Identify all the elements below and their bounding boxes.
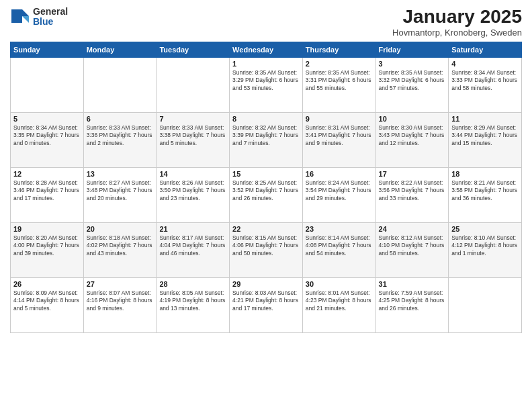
calendar-cell: 25Sunrise: 8:10 AM Sunset: 4:12 PM Dayli…	[449, 222, 522, 277]
header-thursday: Thursday	[302, 42, 375, 57]
header-tuesday: Tuesday	[157, 42, 230, 57]
day-number: 6	[87, 115, 154, 123]
month-title: January 2025	[392, 7, 522, 28]
day-number: 8	[232, 115, 300, 123]
calendar-cell: 17Sunrise: 8:22 AM Sunset: 3:56 PM Dayli…	[375, 167, 449, 222]
svg-marker-0	[22, 9, 29, 16]
calendar-cell: 23Sunrise: 8:14 AM Sunset: 4:08 PM Dayli…	[302, 222, 375, 277]
svg-marker-1	[22, 16, 29, 23]
day-info: Sunrise: 8:26 AM Sunset: 3:50 PM Dayligh…	[159, 179, 226, 202]
day-number: 25	[451, 225, 519, 233]
day-info: Sunrise: 8:34 AM Sunset: 3:33 PM Dayligh…	[451, 69, 519, 92]
calendar-table: Sunday Monday Tuesday Wednesday Thursday…	[10, 42, 522, 333]
calendar-cell: 27Sunrise: 8:07 AM Sunset: 4:16 PM Dayli…	[83, 277, 157, 332]
calendar-cell	[11, 57, 84, 112]
calendar-cell: 5Sunrise: 8:34 AM Sunset: 3:35 PM Daylig…	[11, 112, 84, 167]
svg-rect-2	[11, 9, 22, 23]
calendar-cell: 8Sunrise: 8:32 AM Sunset: 3:39 PM Daylig…	[230, 112, 303, 167]
day-info: Sunrise: 8:35 AM Sunset: 3:31 PM Dayligh…	[306, 69, 373, 92]
day-number: 19	[13, 225, 81, 233]
calendar-week-row: 26Sunrise: 8:09 AM Sunset: 4:14 PM Dayli…	[11, 277, 522, 332]
weekday-header-row: Sunday Monday Tuesday Wednesday Thursday…	[11, 42, 522, 57]
calendar-week-row: 12Sunrise: 8:28 AM Sunset: 3:46 PM Dayli…	[11, 167, 522, 222]
day-number: 30	[306, 280, 373, 288]
calendar-week-row: 1Sunrise: 8:35 AM Sunset: 3:29 PM Daylig…	[11, 57, 522, 112]
header-wednesday: Wednesday	[230, 42, 303, 57]
calendar-cell: 1Sunrise: 8:35 AM Sunset: 3:29 PM Daylig…	[230, 57, 303, 112]
logo: General Blue	[10, 7, 68, 28]
calendar-cell: 26Sunrise: 8:09 AM Sunset: 4:14 PM Dayli…	[11, 277, 84, 332]
calendar-week-row: 5Sunrise: 8:34 AM Sunset: 3:35 PM Daylig…	[11, 112, 522, 167]
calendar-cell: 12Sunrise: 8:28 AM Sunset: 3:46 PM Dayli…	[11, 167, 84, 222]
header-sunday: Sunday	[11, 42, 84, 57]
day-number: 14	[159, 170, 226, 178]
day-number: 5	[13, 115, 81, 123]
day-number: 12	[13, 170, 81, 178]
header-friday: Friday	[375, 42, 449, 57]
day-info: Sunrise: 8:18 AM Sunset: 4:02 PM Dayligh…	[87, 234, 154, 257]
day-number: 15	[232, 170, 300, 178]
day-info: Sunrise: 8:35 AM Sunset: 3:32 PM Dayligh…	[379, 69, 446, 92]
calendar-cell: 21Sunrise: 8:17 AM Sunset: 4:04 PM Dayli…	[157, 222, 230, 277]
calendar-week-row: 19Sunrise: 8:20 AM Sunset: 4:00 PM Dayli…	[11, 222, 522, 277]
day-number: 24	[379, 225, 446, 233]
day-info: Sunrise: 8:17 AM Sunset: 4:04 PM Dayligh…	[159, 234, 226, 257]
calendar-cell: 18Sunrise: 8:21 AM Sunset: 3:58 PM Dayli…	[449, 167, 522, 222]
day-info: Sunrise: 8:34 AM Sunset: 3:35 PM Dayligh…	[13, 124, 81, 147]
day-info: Sunrise: 8:01 AM Sunset: 4:23 PM Dayligh…	[306, 289, 373, 312]
header-monday: Monday	[83, 42, 157, 57]
day-info: Sunrise: 8:30 AM Sunset: 3:43 PM Dayligh…	[379, 124, 446, 147]
day-info: Sunrise: 8:33 AM Sunset: 3:36 PM Dayligh…	[87, 124, 154, 147]
day-number: 27	[87, 280, 154, 288]
day-number: 31	[379, 280, 446, 288]
day-info: Sunrise: 8:24 AM Sunset: 3:54 PM Dayligh…	[306, 179, 373, 202]
day-number: 7	[159, 115, 226, 123]
day-info: Sunrise: 8:14 AM Sunset: 4:08 PM Dayligh…	[306, 234, 373, 257]
calendar-cell: 6Sunrise: 8:33 AM Sunset: 3:36 PM Daylig…	[83, 112, 157, 167]
calendar-cell: 13Sunrise: 8:27 AM Sunset: 3:48 PM Dayli…	[83, 167, 157, 222]
calendar-cell: 10Sunrise: 8:30 AM Sunset: 3:43 PM Dayli…	[375, 112, 449, 167]
day-number: 29	[232, 280, 300, 288]
calendar-cell: 14Sunrise: 8:26 AM Sunset: 3:50 PM Dayli…	[157, 167, 230, 222]
day-info: Sunrise: 8:28 AM Sunset: 3:46 PM Dayligh…	[13, 179, 81, 202]
day-number: 20	[87, 225, 154, 233]
calendar-cell: 19Sunrise: 8:20 AM Sunset: 4:00 PM Dayli…	[11, 222, 84, 277]
day-info: Sunrise: 7:59 AM Sunset: 4:25 PM Dayligh…	[379, 289, 446, 312]
calendar-cell	[157, 57, 230, 112]
day-number: 28	[159, 280, 226, 288]
day-info: Sunrise: 8:15 AM Sunset: 4:06 PM Dayligh…	[232, 234, 300, 257]
logo-text: General Blue	[33, 7, 68, 28]
day-info: Sunrise: 8:21 AM Sunset: 3:58 PM Dayligh…	[451, 179, 519, 202]
calendar-cell	[83, 57, 157, 112]
calendar-cell: 7Sunrise: 8:33 AM Sunset: 3:38 PM Daylig…	[157, 112, 230, 167]
day-number: 18	[451, 170, 519, 178]
day-info: Sunrise: 8:32 AM Sunset: 3:39 PM Dayligh…	[232, 124, 300, 147]
day-number: 10	[379, 115, 446, 123]
logo-blue-text: Blue	[33, 17, 68, 27]
day-number: 1	[232, 60, 300, 68]
calendar-cell: 24Sunrise: 8:12 AM Sunset: 4:10 PM Dayli…	[375, 222, 449, 277]
calendar-cell: 22Sunrise: 8:15 AM Sunset: 4:06 PM Dayli…	[230, 222, 303, 277]
day-number: 2	[306, 60, 373, 68]
day-info: Sunrise: 8:29 AM Sunset: 3:44 PM Dayligh…	[451, 124, 519, 147]
page: General Blue January 2025 Hovmantorp, Kr…	[0, 0, 532, 411]
calendar-cell: 9Sunrise: 8:31 AM Sunset: 3:41 PM Daylig…	[302, 112, 375, 167]
day-info: Sunrise: 8:03 AM Sunset: 4:21 PM Dayligh…	[232, 289, 300, 312]
day-info: Sunrise: 8:27 AM Sunset: 3:48 PM Dayligh…	[87, 179, 154, 202]
day-info: Sunrise: 8:22 AM Sunset: 3:56 PM Dayligh…	[379, 179, 446, 202]
calendar-cell: 29Sunrise: 8:03 AM Sunset: 4:21 PM Dayli…	[230, 277, 303, 332]
day-info: Sunrise: 8:31 AM Sunset: 3:41 PM Dayligh…	[306, 124, 373, 147]
day-info: Sunrise: 8:35 AM Sunset: 3:29 PM Dayligh…	[232, 69, 300, 92]
calendar-cell: 11Sunrise: 8:29 AM Sunset: 3:44 PM Dayli…	[449, 112, 522, 167]
calendar-cell: 31Sunrise: 7:59 AM Sunset: 4:25 PM Dayli…	[375, 277, 449, 332]
day-number: 22	[232, 225, 300, 233]
day-number: 4	[451, 60, 519, 68]
calendar-cell: 3Sunrise: 8:35 AM Sunset: 3:32 PM Daylig…	[375, 57, 449, 112]
header-saturday: Saturday	[449, 42, 522, 57]
title-block: January 2025 Hovmantorp, Kronoberg, Swed…	[392, 7, 522, 38]
day-number: 11	[451, 115, 519, 123]
calendar-cell: 2Sunrise: 8:35 AM Sunset: 3:31 PM Daylig…	[302, 57, 375, 112]
day-info: Sunrise: 8:05 AM Sunset: 4:19 PM Dayligh…	[159, 289, 226, 312]
calendar-cell: 20Sunrise: 8:18 AM Sunset: 4:02 PM Dayli…	[83, 222, 157, 277]
location: Hovmantorp, Kronoberg, Sweden	[392, 28, 522, 38]
